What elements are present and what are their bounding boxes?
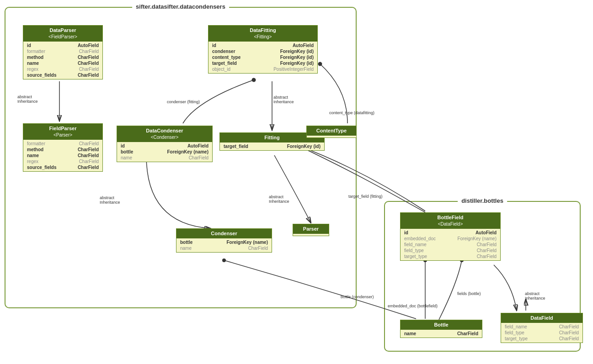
entity-dataparser-body: id AutoField formatter CharField method … bbox=[23, 42, 102, 79]
field-type: CharField bbox=[79, 67, 99, 72]
table-row: target_type CharField bbox=[501, 336, 582, 342]
field-type: CharField bbox=[477, 248, 497, 253]
entity-fieldparser-header: FieldParser <Parser> bbox=[23, 124, 102, 140]
field-type: ForeignKey (name) bbox=[226, 240, 268, 245]
field-type: AutoField bbox=[187, 143, 208, 148]
field-name: target_field bbox=[224, 144, 248, 149]
field-type: CharField bbox=[78, 73, 99, 78]
entity-datafitting: DataFitting <Fitting> id AutoField conde… bbox=[208, 25, 318, 74]
label-embedded-doc: embedded_doc (bottlefield) bbox=[388, 304, 438, 308]
entity-dataparser-header: DataParser <FieldParser> bbox=[23, 26, 102, 42]
field-type: ForeignKey (id) bbox=[280, 55, 314, 60]
table-row: method CharField bbox=[23, 147, 102, 153]
diagram-container: sifter.datasifter.datacondensers distill… bbox=[0, 0, 593, 364]
entity-datafield-title: DataField bbox=[504, 315, 580, 322]
field-name: embedded_doc bbox=[404, 236, 436, 241]
table-row: embedded_doc ForeignKey (name) bbox=[401, 236, 500, 242]
field-type: AutoField bbox=[293, 43, 314, 48]
entity-bottle: Bottle name CharField bbox=[400, 320, 482, 338]
field-name: name bbox=[27, 61, 39, 66]
field-type: CharField bbox=[248, 246, 268, 251]
label-abstract-inheritance-1: abstractInheritance bbox=[17, 95, 38, 104]
field-name: source_fields bbox=[27, 73, 56, 78]
label-condenser-fitting: condenser (fitting) bbox=[167, 100, 200, 104]
entity-datacondenser-body: id AutoField bottle ForeignKey (name) na… bbox=[117, 142, 212, 162]
field-name: target_field bbox=[212, 61, 237, 66]
table-row: field_name CharField bbox=[501, 324, 582, 330]
field-name: object_id bbox=[212, 67, 230, 72]
entity-datafitting-subtitle: <Fitting> bbox=[211, 34, 315, 40]
field-type: CharField bbox=[78, 147, 99, 152]
field-name: content_type bbox=[212, 55, 240, 60]
table-row: field_type CharField bbox=[401, 248, 500, 253]
field-name: field_name bbox=[505, 324, 527, 329]
table-row: target_field ForeignKey (id) bbox=[208, 60, 317, 66]
field-type: ForeignKey (id) bbox=[280, 49, 314, 54]
table-row: name CharField bbox=[23, 153, 102, 158]
entity-datafitting-header: DataFitting <Fitting> bbox=[208, 26, 317, 42]
field-name: name bbox=[180, 246, 192, 251]
field-type: CharField bbox=[559, 330, 579, 335]
entity-bottlefield-body: id AutoField embedded_doc ForeignKey (na… bbox=[401, 229, 500, 260]
label-content-type: content_type (datafitting) bbox=[329, 111, 374, 115]
label-target-field-fitting: target_field (fitting) bbox=[348, 194, 383, 199]
field-type: ForeignKey (id) bbox=[280, 61, 314, 66]
field-name: id bbox=[212, 43, 216, 48]
entity-bottlefield-header: BottleField <DataField> bbox=[401, 213, 500, 229]
entity-contenttype: ContentType bbox=[306, 126, 357, 138]
table-row: id AutoField bbox=[117, 143, 212, 149]
table-row: target_type CharField bbox=[401, 253, 500, 259]
field-type: CharField bbox=[79, 49, 99, 54]
table-row: field_type CharField bbox=[501, 330, 582, 336]
table-row: regex CharField bbox=[23, 158, 102, 164]
field-name: id bbox=[121, 143, 125, 148]
field-name: name bbox=[404, 331, 416, 336]
entity-bottlefield-subtitle: <DataField> bbox=[403, 221, 497, 227]
entity-bottle-header: Bottle bbox=[401, 320, 482, 330]
field-name: target_type bbox=[505, 336, 528, 341]
table-row: condenser ForeignKey (id) bbox=[208, 48, 317, 54]
table-row: content_type ForeignKey (id) bbox=[208, 54, 317, 60]
entity-condenser-header: Condenser bbox=[176, 229, 272, 238]
field-type: CharField bbox=[78, 61, 99, 66]
entity-datacondenser-header: DataCondenser <Condenser> bbox=[117, 126, 212, 142]
entity-datafitting-body: id AutoField condenser ForeignKey (id) c… bbox=[208, 42, 317, 73]
entity-datacondenser-title: DataCondenser bbox=[120, 127, 209, 134]
label-fields-bottle: fields (bottle) bbox=[457, 291, 481, 296]
field-type: PositiveIntegerField bbox=[273, 67, 314, 72]
entity-parser-body bbox=[293, 234, 329, 236]
table-row: formatter CharField bbox=[23, 141, 102, 147]
label-abstract-inheritance-3: abstractInheritance bbox=[100, 195, 120, 205]
field-type: AutoField bbox=[78, 43, 99, 48]
field-name: name bbox=[27, 153, 39, 158]
label-abstract-inheritance-5: abstractInheritance bbox=[525, 291, 545, 301]
table-row: name CharField bbox=[401, 331, 482, 337]
group-distiller-label: distiller.bottles bbox=[458, 197, 507, 204]
field-name: regex bbox=[27, 67, 38, 72]
entity-bottle-body: name CharField bbox=[401, 330, 482, 338]
entity-datafield-body: field_name CharField field_type CharFiel… bbox=[501, 323, 582, 343]
field-name: condenser bbox=[212, 49, 235, 54]
entity-dataparser-title: DataParser bbox=[26, 27, 100, 34]
field-name: target_type bbox=[404, 254, 427, 259]
entity-fieldparser-body: formatter CharField method CharField nam… bbox=[23, 140, 102, 171]
label-abstract-inheritance-4: abstractInheritance bbox=[269, 195, 289, 204]
field-type: CharField bbox=[559, 336, 579, 341]
entity-datafitting-title: DataFitting bbox=[211, 27, 315, 34]
field-name: formatter bbox=[27, 141, 45, 146]
field-type: CharField bbox=[78, 165, 99, 170]
field-name: field_name bbox=[404, 242, 427, 247]
entity-bottlefield-title: BottleField bbox=[403, 214, 497, 221]
table-row: name CharField bbox=[117, 155, 212, 161]
entity-condenser-body: bottle ForeignKey (name) name CharField bbox=[176, 238, 272, 252]
field-type: ForeignKey (id) bbox=[287, 144, 321, 149]
field-name: formatter bbox=[27, 49, 45, 54]
entity-datafield: DataField field_name CharField field_typ… bbox=[501, 313, 583, 343]
entity-parser-title: Parser bbox=[296, 226, 326, 232]
entity-condenser: Condenser bottle ForeignKey (name) name … bbox=[176, 228, 272, 253]
entity-condenser-title: Condenser bbox=[179, 230, 269, 237]
field-type: ForeignKey (name) bbox=[457, 236, 497, 241]
entity-contenttype-body bbox=[307, 136, 356, 137]
entity-fitting-body: target_field ForeignKey (id) bbox=[220, 142, 324, 150]
entity-contenttype-header: ContentType bbox=[307, 126, 356, 136]
